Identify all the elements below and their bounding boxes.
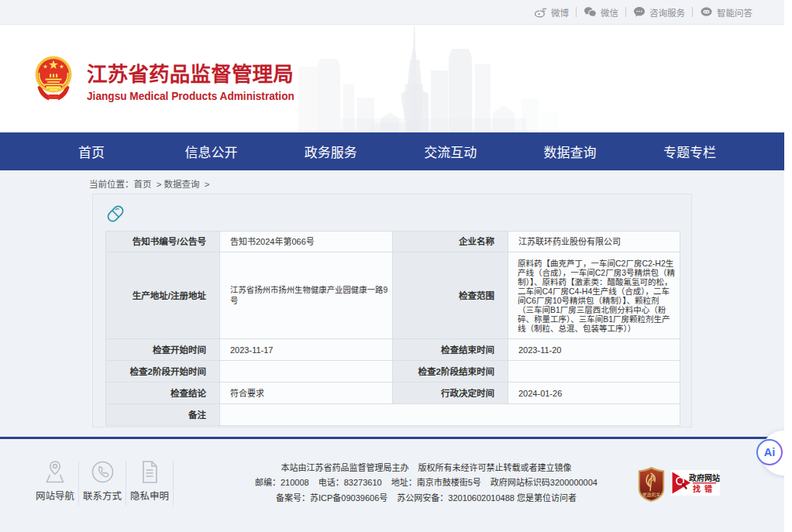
weibo-link[interactable]: 微博 <box>534 6 569 19</box>
consult-service-icon <box>633 6 646 18</box>
table-row: 检查2阶段开始时间 检查2阶段结束时间 <box>106 361 680 383</box>
wechat-label: 微信 <box>601 6 618 19</box>
privacy-doc-icon <box>126 462 173 482</box>
phone-icon <box>79 462 126 482</box>
svg-text:找错: 找错 <box>693 484 716 493</box>
phase2-start-value <box>220 361 393 383</box>
inspection-end-label: 检查结束时间 <box>393 339 508 361</box>
breadcrumb-section-link[interactable]: 数据查询 <box>164 180 199 189</box>
footer-link-label: 联系方式 <box>79 488 126 503</box>
site-map-icon <box>32 462 78 482</box>
brand-text: 江苏省药品监督管理局 Jiangsu Medical Products Admi… <box>87 54 322 103</box>
notice-number-value: 告知书2024年第066号 <box>220 232 393 252</box>
party-gov-badge[interactable]: 党政机关 <box>637 466 666 503</box>
right-edge-strip <box>784 0 792 532</box>
inspection-conclusion-value: 符合要求 <box>220 383 393 404</box>
phase2-end-label: 检查2阶段结束时间 <box>393 361 508 383</box>
site-brand[interactable]: 江苏省药品监督管理局 Jiangsu Medical Products Admi… <box>35 54 322 103</box>
wechat-link[interactable]: 微信 <box>584 6 618 19</box>
svg-text:党政机关: 党政机关 <box>642 492 661 498</box>
smart-qa-link[interactable]: 智能问答 <box>700 6 752 19</box>
national-emblem-logo <box>35 54 72 101</box>
nav-item-interaction[interactable]: 交流互动 <box>411 142 489 161</box>
weibo-icon <box>534 6 547 18</box>
site-footer: 网站导航 联系方式 隐私申明 本站由江苏省药品监督管理局主办版权所有未经许可禁止… <box>0 437 784 532</box>
capsule-pill-icon <box>105 204 126 224</box>
nav-item-info-disclosure[interactable]: 信息公开 <box>172 142 250 161</box>
company-name-value: 江苏联环药业股份有限公司 <box>508 232 680 252</box>
inspection-conclusion-label: 检查结论 <box>106 383 220 404</box>
consult-service-label: 咨询服务 <box>649 6 685 19</box>
breadcrumb: 当前位置：首页 >数据查询 > <box>0 170 784 194</box>
production-address-value: 江苏省扬州市扬州生物健康产业园健康一路9号 <box>220 252 393 339</box>
remarks-value <box>220 404 680 426</box>
site-title: 江苏省药品监督管理局 <box>87 64 322 85</box>
nav-item-home[interactable]: 首页 <box>53 142 130 161</box>
footer-quick-links: 网站导航 联系方式 隐私申明 <box>32 462 174 506</box>
phase2-end-value <box>508 361 680 383</box>
inspection-scope-label: 检查范围 <box>393 252 508 339</box>
admin-decision-label: 行政决定时间 <box>393 383 508 404</box>
footer-badges: 党政机关 政府网站 找错 <box>637 466 720 503</box>
phase2-start-label: 检查2阶段开始时间 <box>106 361 220 383</box>
ai-assistant-widget: Ai <box>744 427 784 479</box>
breadcrumb-separator: > <box>205 180 210 189</box>
inspection-start-label: 检查开始时间 <box>106 339 220 361</box>
consult-service-link[interactable]: 咨询服务 <box>633 6 685 19</box>
breadcrumb-prefix: 当前位置： <box>89 180 134 189</box>
company-name-label: 企业名称 <box>393 232 508 252</box>
inspection-start-value: 2023-11-17 <box>220 339 393 361</box>
inspection-end-value: 2023-11-20 <box>508 339 680 361</box>
main-nav: 首页 信息公开 政务服务 交流互动 数据查询 专题专栏 <box>0 132 784 170</box>
breadcrumb-home-link[interactable]: 首页 <box>134 180 152 189</box>
detail-panel: 告知书编号/公告号 告知书2024年第066号 企业名称 江苏联环药业股份有限公… <box>92 194 692 427</box>
gov-site-error-report-badge[interactable]: 政府网站 找错 <box>671 470 720 496</box>
inspection-scope-value: 原料药【曲克芦丁，一车间C2厂房C2-H2生产线（合成），一车间C2厂房3号精烘… <box>508 252 680 339</box>
smart-qa-icon <box>700 6 713 18</box>
footer-line-contact: 邮编：210008电话：83273610地址：南京市鼓楼街5号政府网站标识码32… <box>217 475 635 490</box>
smart-qa-label: 智能问答 <box>717 6 752 19</box>
breadcrumb-separator: > <box>157 180 162 189</box>
table-row: 检查结论 符合要求 行政决定时间 2024-01-26 <box>106 383 680 404</box>
footer-link-label: 隐私申明 <box>126 488 173 503</box>
footer-line-host: 本站由江苏省药品监督管理局主办版权所有未经许可禁止转载或者建立镜像 <box>217 461 635 475</box>
wechat-icon <box>584 6 597 18</box>
topbar-separator <box>692 7 693 17</box>
footer-info: 本站由江苏省药品监督管理局主办版权所有未经许可禁止转载或者建立镜像 邮编：210… <box>217 461 635 506</box>
svg-text:政府网站: 政府网站 <box>689 473 720 482</box>
table-row: 检查开始时间 2023-11-17 检查结束时间 2023-11-20 <box>106 339 680 361</box>
top-utility-bar: 微博 微信 咨询服务 智能问答 <box>0 0 784 25</box>
remarks-label: 备注 <box>106 404 220 426</box>
table-row: 备注 <box>106 404 680 426</box>
city-skyline-graphic <box>297 25 568 132</box>
nav-item-data-query[interactable]: 数据查询 <box>532 142 609 161</box>
footer-link-label: 网站导航 <box>32 488 78 503</box>
topbar-separator <box>576 7 577 17</box>
footer-link-contact[interactable]: 联系方式 <box>79 462 126 506</box>
footer-line-icp: 备案号：苏ICP备09039606号苏公网安备：32010602010488 您… <box>217 491 635 506</box>
inspection-detail-table: 告知书编号/公告号 告知书2024年第066号 企业名称 江苏联环药业股份有限公… <box>105 231 680 426</box>
nav-item-special-topics[interactable]: 专题专栏 <box>651 142 728 161</box>
table-row: 生产地址/注册地址 江苏省扬州市扬州生物健康产业园健康一路9号 检查范围 原料药… <box>106 252 680 339</box>
production-address-label: 生产地址/注册地址 <box>106 252 220 339</box>
table-row: 告知书编号/公告号 告知书2024年第066号 企业名称 江苏联环药业股份有限公… <box>106 232 680 252</box>
footer-divider <box>173 462 174 506</box>
footer-link-sitemap[interactable]: 网站导航 <box>32 462 78 506</box>
topbar-separator <box>625 7 626 17</box>
weibo-label: 微博 <box>551 6 569 19</box>
site-header: 江苏省药品监督管理局 Jiangsu Medical Products Admi… <box>0 25 784 132</box>
page: 微博 微信 咨询服务 智能问答 <box>0 0 784 532</box>
footer-link-privacy[interactable]: 隐私申明 <box>126 462 173 506</box>
ai-assistant-button[interactable]: Ai <box>756 439 783 465</box>
notice-number-label: 告知书编号/公告号 <box>106 232 220 252</box>
admin-decision-value: 2024-01-26 <box>508 383 680 404</box>
site-subtitle: Jiangsu Medical Products Administration <box>87 89 294 103</box>
nav-item-gov-services[interactable]: 政务服务 <box>292 142 370 161</box>
